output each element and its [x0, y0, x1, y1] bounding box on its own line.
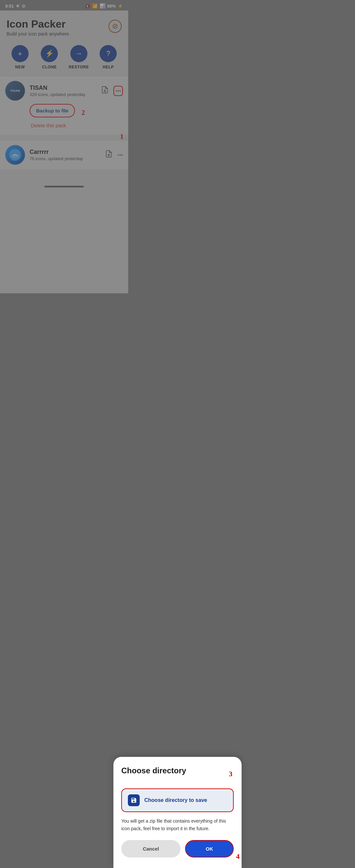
dialog-overlay [0, 0, 128, 312]
